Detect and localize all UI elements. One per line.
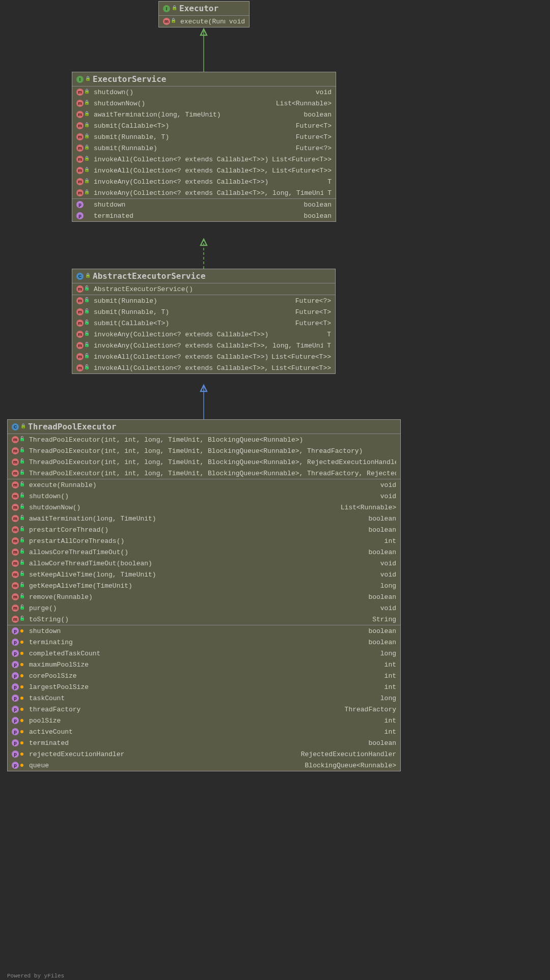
member-signature: purge() (29, 604, 376, 612)
member-row[interactable]: pterminatedboolean (8, 737, 400, 748)
class-title[interactable]: CThreadPoolExecutor (8, 420, 400, 434)
member-row[interactable]: prejectedExecutionHandlerRejectedExecuti… (8, 748, 400, 760)
member-return-type: boolean (364, 515, 396, 523)
member-row[interactable]: mpurge()void (8, 602, 400, 614)
member-row[interactable]: minvokeAny(Collection<? extends Callable… (72, 340, 335, 351)
class-box-executor[interactable]: IExecutormexecute(Runnable)void (158, 1, 250, 27)
member-row[interactable]: mAbstractExecutorService() (72, 283, 335, 295)
member-row[interactable]: ptaskCountlong (8, 693, 400, 704)
member-row[interactable]: mexecute(Runnable)void (8, 479, 400, 491)
member-row[interactable]: minvokeAny(Collection<? extends Callable… (72, 187, 336, 198)
member-icons: p (12, 706, 29, 713)
member-signature: shutdownNow() (29, 504, 337, 511)
member-row[interactable]: mThreadPoolExecutor(int, int, long, Time… (8, 456, 400, 468)
visibility-lock-icon (85, 354, 90, 359)
class-title[interactable]: IExecutor (159, 2, 249, 16)
member-row[interactable]: mawaitTermination(long, TimeUnit)boolean (8, 513, 400, 524)
member-row[interactable]: mexecute(Runnable)void (159, 16, 249, 27)
member-row[interactable]: msubmit(Runnable)Future<?> (72, 295, 335, 306)
read-write-indicator-icon (20, 697, 23, 700)
method-icon: m (76, 122, 84, 129)
member-row[interactable]: mThreadPoolExecutor(int, int, long, Time… (8, 468, 400, 479)
member-row[interactable]: pthreadFactoryThreadFactory (8, 704, 400, 715)
member-icons: m (76, 111, 94, 118)
member-icons: m (76, 308, 94, 315)
member-return-type: boolean (299, 201, 332, 209)
member-row[interactable]: mshutdownNow()List<Runnable> (8, 502, 400, 513)
member-icons: m (12, 560, 29, 567)
member-row[interactable]: pcorePoolSizeint (8, 670, 400, 681)
member-row[interactable]: minvokeAll(Collection<? extends Callable… (72, 154, 336, 165)
member-icons: m (12, 593, 29, 600)
visibility-lock-icon (20, 572, 25, 577)
visibility-lock-icon (20, 516, 25, 521)
member-row[interactable]: msetKeepAliveTime(long, TimeUnit)void (8, 569, 400, 580)
member-row[interactable]: pqueueBlockingQueue<Runnable> (8, 760, 400, 771)
property-icon: p (12, 627, 19, 635)
member-icons: m (12, 436, 29, 443)
member-return-type: void (376, 571, 396, 579)
visibility-lock-icon (20, 505, 25, 510)
member-row[interactable]: mThreadPoolExecutor(int, int, long, Time… (8, 445, 400, 456)
member-row[interactable]: pactiveCountint (8, 726, 400, 737)
class-box-abstract-executor-service[interactable]: CAbstractExecutorServicemAbstractExecuto… (72, 269, 336, 374)
class-title[interactable]: CAbstractExecutorService (72, 269, 335, 283)
read-write-indicator-icon (20, 741, 23, 744)
member-row[interactable]: minvokeAny(Collection<? extends Callable… (72, 329, 335, 340)
member-row[interactable]: msubmit(Runnable)Future<?> (72, 142, 336, 154)
member-section: mAbstractExecutorService() (72, 283, 335, 295)
member-row[interactable]: msubmit(Callable<T>)Future<T> (72, 120, 336, 131)
member-row[interactable]: mtoString()String (8, 614, 400, 625)
member-signature: invokeAny(Collection<? extends Callable<… (94, 178, 323, 186)
member-row[interactable]: mremove(Runnable)boolean (8, 591, 400, 602)
member-row[interactable]: pterminatedboolean (72, 210, 336, 221)
member-signature: awaitTermination(long, TimeUnit) (94, 111, 299, 119)
member-row[interactable]: minvokeAll(Collection<? extends Callable… (72, 362, 335, 373)
class-box-thread-pool-executor[interactable]: CThreadPoolExecutormThreadPoolExecutor(i… (7, 419, 401, 771)
member-row[interactable]: mprestartCoreThread()boolean (8, 524, 400, 535)
member-row[interactable]: minvokeAny(Collection<? extends Callable… (72, 176, 336, 187)
member-row[interactable]: ppoolSizeint (8, 715, 400, 726)
member-signature: toString() (29, 616, 368, 623)
member-icons: p (12, 751, 29, 758)
method-icon: m (76, 353, 84, 360)
member-row[interactable]: mshutdownNow()List<Runnable> (72, 98, 336, 109)
member-row[interactable]: mallowsCoreThreadTimeOut()boolean (8, 546, 400, 558)
class-title[interactable]: IExecutorService (72, 72, 336, 87)
member-row[interactable]: mawaitTermination(long, TimeUnit)boolean (72, 109, 336, 120)
member-icons: p (12, 728, 29, 735)
member-row[interactable]: mallowCoreThreadTimeOut(boolean)void (8, 558, 400, 569)
member-row[interactable]: mThreadPoolExecutor(int, int, long, Time… (8, 434, 400, 445)
member-row[interactable]: pcompletedTaskCountlong (8, 648, 400, 659)
read-write-indicator-icon (20, 652, 23, 655)
interface-icon: I (163, 5, 170, 12)
member-row[interactable]: minvokeAll(Collection<? extends Callable… (72, 165, 336, 176)
member-signature: submit(Callable<T>) (94, 320, 291, 327)
class-title-text: Executor (179, 4, 218, 13)
member-row[interactable]: mgetKeepAliveTime(TimeUnit)long (8, 580, 400, 591)
member-signature: completedTaskCount (29, 650, 376, 657)
member-row[interactable]: mshutdown()void (72, 87, 336, 98)
member-icons: m (76, 285, 94, 293)
member-row[interactable]: mshutdown()void (8, 491, 400, 502)
member-icons: p (12, 683, 29, 690)
member-row[interactable]: msubmit(Callable<T>)Future<T> (72, 318, 335, 329)
member-icons: m (12, 616, 29, 623)
member-row[interactable]: plargestPoolSizeint (8, 681, 400, 693)
member-icons: m (163, 18, 180, 25)
member-signature: terminated (94, 212, 299, 220)
member-signature: prestartCoreThread() (29, 526, 364, 534)
member-return-type: void (376, 604, 396, 612)
member-row[interactable]: msubmit(Runnable, T)Future<T> (72, 131, 336, 142)
member-signature: rejectedExecutionHandler (29, 751, 297, 758)
member-icons: m (76, 178, 94, 185)
member-row[interactable]: pmaximumPoolSizeint (8, 659, 400, 670)
member-row[interactable]: msubmit(Runnable, T)Future<T> (72, 306, 335, 318)
class-box-executor-service[interactable]: IExecutorServicemshutdown()voidmshutdown… (72, 72, 336, 222)
member-row[interactable]: mprestartAllCoreThreads()int (8, 535, 400, 546)
member-row[interactable]: minvokeAll(Collection<? extends Callable… (72, 351, 335, 362)
member-row[interactable]: pshutdownboolean (72, 199, 336, 210)
member-row[interactable]: pshutdownboolean (8, 625, 400, 637)
member-row[interactable]: pterminatingboolean (8, 637, 400, 648)
visibility-lock-icon (85, 90, 90, 95)
